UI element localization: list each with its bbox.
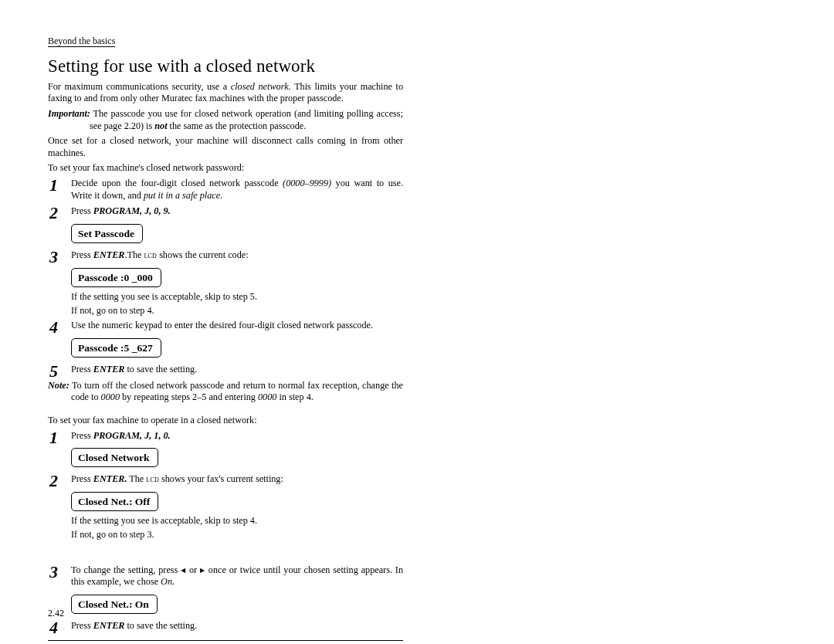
note-goto-4: If not, go on to step 4. <box>71 305 403 317</box>
text-em: (0000–9999) <box>283 178 331 188</box>
note-skip-4: If the setting you see is acceptable, sk… <box>71 515 403 527</box>
text: by repeating steps 2–5 and entering <box>120 391 258 402</box>
step-number: 2 <box>49 470 58 492</box>
breadcrumb: Beyond the basics <box>48 36 786 47</box>
label-lcd: LCD <box>144 250 157 259</box>
step-4-passcode: 4 Use the numeric keypad to enter the de… <box>48 320 403 332</box>
step-number: 3 <box>49 561 58 583</box>
step-number: 3 <box>49 246 58 268</box>
key-enter: ENTER. <box>93 473 127 484</box>
lcd-set-passcode: Set Passcode <box>71 224 143 243</box>
lcd-passcode-0: Passcode :0 _000 <box>71 268 161 287</box>
label-important: Important: <box>48 108 90 119</box>
text: to save the setting. <box>124 364 197 375</box>
text: .The <box>124 249 144 260</box>
to-set-password-intro: To set your fax machine's closed network… <box>48 162 403 175</box>
text: the same as the protection passcode. <box>168 120 307 131</box>
text-em: On. <box>161 576 175 587</box>
text-em: put it in a safe place. <box>144 190 222 201</box>
key-enter: ENTER <box>93 249 125 260</box>
lcd-closed-network: Closed Network <box>71 448 158 467</box>
step-number: 4 <box>49 617 58 639</box>
lcd-closed-off: Closed Net.: Off <box>71 492 158 511</box>
text: Press <box>71 620 93 631</box>
key-enter: ENTER <box>93 364 125 375</box>
text: shows your fax's current setting: <box>159 473 283 484</box>
step-number: 4 <box>49 317 58 338</box>
right-arrow-icon: ▶ <box>200 567 205 574</box>
left-arrow-icon: ◀ <box>181 567 186 574</box>
note-goto-3: If not, go on to step 3. <box>71 529 403 541</box>
text-em: 0000 <box>101 391 120 402</box>
key-enter: ENTER <box>93 620 125 631</box>
lcd-passcode-5: Passcode :5 _627 <box>71 338 161 358</box>
section-title-closed-network: Setting for use with a closed network <box>48 55 403 77</box>
step-number: 5 <box>49 361 58 382</box>
text: Use the numeric keypad to enter the desi… <box>71 320 373 330</box>
step-3-network: 3 To change the setting, press ◀ or ▶ on… <box>48 564 403 588</box>
manual-page: Beyond the basics Setting for use with a… <box>0 0 834 644</box>
text: Press <box>71 205 93 216</box>
text-em: closed network. <box>231 81 291 92</box>
lcd-closed-on: Closed Net.: On <box>71 595 158 614</box>
once-set-text: Once set for a closed network, your mach… <box>48 135 403 159</box>
text: shows the current code: <box>157 249 248 260</box>
divider <box>48 640 403 641</box>
step-number: 1 <box>49 175 58 196</box>
step-5-passcode: 5 Press ENTER to save the setting. <box>48 364 403 376</box>
text: To change the setting, press <box>71 564 181 575</box>
text: Press <box>71 430 93 441</box>
step-2-network: 2 Press ENTER. The LCD shows your fax's … <box>48 473 403 486</box>
step-1-passcode: 1 Decide upon the four-digit closed netw… <box>48 178 403 202</box>
text: The <box>127 473 146 484</box>
text: Press <box>71 473 93 484</box>
step-1-network: 1 Press PROGRAM, J, 1, 0. <box>48 430 403 442</box>
key-sequence: PROGRAM, J, 0, 9. <box>93 205 171 216</box>
note-turnoff: Note: To turn off the closed network pas… <box>48 380 403 404</box>
to-set-network-intro: To set your fax machine to operate in a … <box>48 415 403 427</box>
content-columns: Setting for use with a closed network Fo… <box>48 50 786 644</box>
text: For maximum communications security, use… <box>48 81 231 92</box>
text: Press <box>71 249 93 260</box>
text: in step 4. <box>276 391 313 402</box>
step-2-passcode: 2 Press PROGRAM, J, 0, 9. <box>48 205 403 218</box>
step-number: 2 <box>49 202 58 224</box>
key-sequence: PROGRAM, J, 1, 0. <box>93 430 171 441</box>
label-lcd: LCD <box>146 474 159 483</box>
text: Press <box>71 364 93 375</box>
text-em: not <box>154 120 167 131</box>
intro-paragraph: For maximum communications security, use… <box>48 81 403 105</box>
note-skip-5: If the setting you see is acceptable, sk… <box>71 291 403 303</box>
text-em: 0000 <box>258 391 276 402</box>
page-number: 2.42 <box>48 608 64 619</box>
text: to save the setting. <box>124 620 197 631</box>
important-note: Important: The passcode you use for clos… <box>48 108 403 132</box>
step-number: 1 <box>49 427 58 449</box>
text: Decide upon the four-digit closed networ… <box>71 178 283 188</box>
step-3-passcode: 3 Press ENTER.The LCD shows the current … <box>48 249 403 262</box>
step-4-network: 4 Press ENTER to save the setting. <box>48 620 403 632</box>
